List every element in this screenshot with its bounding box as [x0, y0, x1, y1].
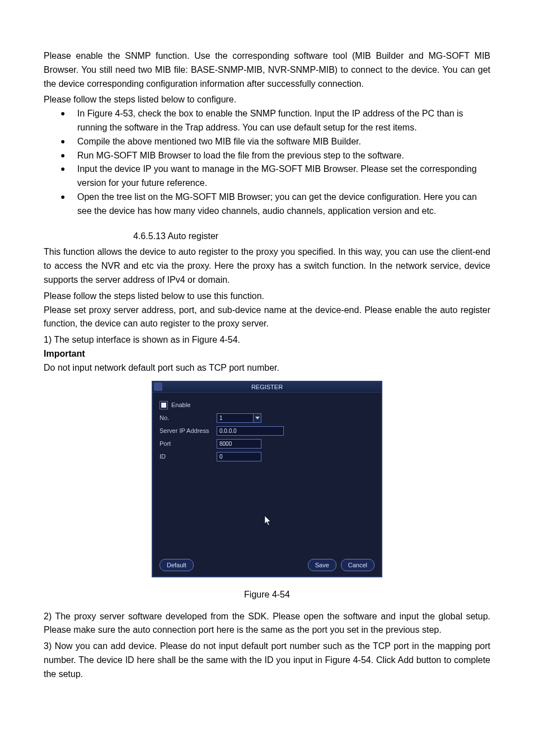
dialog-body: Enable No. 1 Server IP Address 0.0.0.0 P… — [153, 393, 381, 552]
no-select[interactable]: 1 — [217, 413, 261, 423]
server-ip-label: Server IP Address — [160, 427, 217, 434]
enable-row: Enable — [160, 399, 374, 411]
section-heading-autoregister: 4.6.5.13 Auto register — [133, 230, 490, 244]
no-row: No. 1 — [160, 412, 374, 424]
id-label: ID — [160, 453, 217, 460]
port-label: Port — [160, 440, 217, 447]
port-input[interactable]: 8000 — [217, 439, 261, 449]
bullet-item: Open the tree list on the MG-SOFT MIB Br… — [44, 190, 490, 218]
document-page: Please enable the SNMP function. Use the… — [0, 0, 534, 756]
cancel-button[interactable]: Cancel — [341, 559, 374, 571]
chevron-down-icon — [254, 413, 261, 423]
figure-caption: Figure 4-54 — [44, 590, 490, 600]
bullet-item: Input the device IP you want to manage i… — [44, 162, 490, 190]
no-value: 1 — [217, 413, 254, 423]
dialog-title: REGISTER — [251, 384, 283, 390]
no-label: No. — [160, 414, 217, 421]
important-text: Do not input network default port such a… — [44, 361, 490, 375]
step-1: 1) The setup interface is shown as in Fi… — [44, 333, 490, 347]
server-ip-row: Server IP Address 0.0.0.0 — [160, 425, 374, 437]
bullet-item: Run MG-SOFT MIB Browser to load the file… — [44, 149, 490, 163]
id-input[interactable]: 0 — [217, 452, 261, 461]
app-icon — [154, 382, 162, 391]
paragraph-autoreg-steps-intro: Please follow the steps listed below to … — [44, 290, 490, 304]
default-button[interactable]: Default — [160, 559, 194, 571]
figure-register-dialog: REGISTER Enable No. 1 Server IP Address — [152, 381, 382, 577]
paragraph-autoreg-intro: This function allows the device to auto … — [44, 245, 490, 287]
important-heading: Important — [44, 347, 490, 361]
server-ip-input[interactable]: 0.0.0.0 — [217, 426, 284, 436]
dialog-titlebar: REGISTER — [153, 382, 381, 393]
id-row: ID 0 — [160, 451, 374, 463]
port-row: Port 8000 — [160, 438, 374, 450]
bullet-list: In Figure 4-53, check the box to enable … — [44, 107, 490, 218]
dialog-footer: Default Save Cancel — [153, 558, 381, 572]
enable-label: Enable — [171, 402, 190, 408]
cursor-icon — [265, 516, 271, 526]
bullet-item: In Figure 4-53, check the box to enable … — [44, 107, 490, 135]
paragraph-steps-intro: Please follow the steps listed below to … — [44, 93, 490, 107]
save-button[interactable]: Save — [308, 559, 336, 571]
step-3: 3) Now you can add device. Please do not… — [44, 640, 490, 681]
bullet-item: Compile the above mentioned two MIB file… — [44, 135, 490, 149]
paragraph-autoreg-proxy: Please set proxy server address, port, a… — [44, 304, 490, 332]
step-2: 2) The proxy server software developed f… — [44, 610, 490, 638]
paragraph-snmp-intro: Please enable the SNMP function. Use the… — [44, 49, 490, 91]
register-dialog: REGISTER Enable No. 1 Server IP Address — [152, 381, 382, 577]
enable-checkbox[interactable] — [160, 401, 168, 409]
